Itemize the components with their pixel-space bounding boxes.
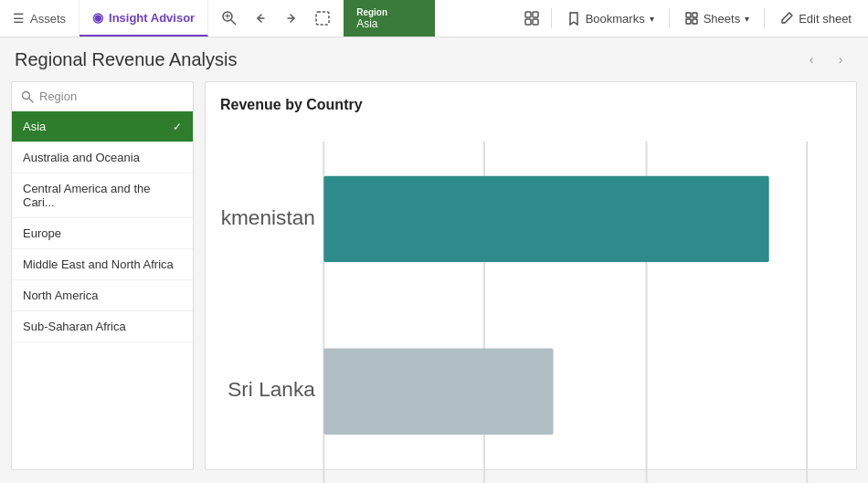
svg-rect-7	[525, 19, 531, 25]
svg-rect-3	[228, 14, 228, 19]
page-navigation-arrows: ‹ ›	[799, 47, 853, 72]
svg-rect-10	[693, 13, 697, 17]
search-icon	[21, 90, 34, 103]
region-sidebar: Region Asia Australia and Oceania Centra…	[11, 81, 194, 470]
grid-view-icon[interactable]	[518, 5, 545, 32]
nav-divider-2	[669, 8, 670, 28]
edit-sheet-label: Edit sheet	[799, 12, 852, 26]
svg-rect-8	[533, 19, 538, 25]
sheets-chevron: ▾	[745, 14, 749, 24]
chart-title: Revenue by Country	[220, 97, 842, 113]
sidebar-item-asia[interactable]: Asia	[12, 111, 193, 142]
edit-sheet-button[interactable]: Edit sheet	[770, 7, 861, 29]
forward-icon[interactable]	[278, 5, 305, 32]
insight-icon: ◉	[92, 10, 103, 25]
sidebar-search[interactable]: Region	[12, 82, 193, 111]
sidebar-item-central-america[interactable]: Central America and the Cari...	[12, 173, 193, 218]
page-title: Regional Revenue Analysis	[15, 49, 799, 70]
svg-rect-12	[693, 19, 697, 24]
svg-rect-5	[525, 12, 531, 17]
sheets-label: Sheets	[704, 12, 740, 26]
region-filter-badge[interactable]: Region Asia	[344, 0, 435, 37]
svg-rect-4	[316, 12, 329, 25]
nav-divider-3	[764, 8, 765, 28]
svg-line-14	[29, 98, 34, 102]
nav-right-actions: Bookmarks ▾ Sheets ▾ Edit sheet	[511, 0, 868, 37]
bar-turkmenistan[interactable]	[323, 176, 768, 262]
sidebar-item-australia[interactable]: Australia and Oceania	[12, 142, 193, 173]
bookmarks-label: Bookmarks	[586, 12, 645, 26]
top-navigation: ☰ Assets ◉ Insight Advisor Region Asia	[0, 0, 868, 37]
search-region-label: Region	[39, 89, 77, 103]
bookmarks-chevron: ▾	[650, 14, 654, 24]
zoom-select-icon[interactable]	[216, 5, 243, 32]
label-sri-lanka: Sri Lanka	[228, 377, 315, 401]
assets-tab[interactable]: ☰ Assets	[0, 0, 79, 37]
lasso-icon[interactable]	[309, 5, 336, 32]
region-filter-label: Region	[356, 7, 422, 17]
svg-rect-9	[686, 13, 691, 17]
chart-panel: Revenue by Country Turkmenistan	[205, 81, 857, 470]
revenue-bar-chart: Turkmenistan Sri Lanka Mongolia 0 2M 4M …	[220, 124, 842, 483]
insight-advisor-label: Insight Advisor	[109, 11, 195, 25]
sidebar-item-sub-saharan[interactable]: Sub-Saharan Africa	[12, 311, 193, 342]
next-page-button[interactable]: ›	[828, 47, 853, 72]
assets-label: Assets	[30, 12, 66, 26]
back-icon[interactable]	[247, 5, 274, 32]
sidebar-item-north-america[interactable]: North America	[12, 280, 193, 311]
bookmarks-button[interactable]: Bookmarks ▾	[557, 7, 663, 29]
svg-line-1	[231, 20, 236, 25]
svg-rect-6	[533, 12, 538, 17]
insight-advisor-tab[interactable]: ◉ Insight Advisor	[79, 0, 208, 37]
sidebar-item-europe[interactable]: Europe	[12, 218, 193, 249]
page-header: Regional Revenue Analysis ‹ ›	[0, 37, 868, 81]
nav-divider-1	[551, 8, 552, 28]
prev-page-button[interactable]: ‹	[799, 47, 824, 72]
toolbar-icons	[208, 0, 344, 37]
label-turkmenistan: Turkmenistan	[220, 205, 315, 229]
sheets-button[interactable]: Sheets ▾	[675, 7, 758, 29]
sidebar-item-middle-east[interactable]: Middle East and North Africa	[12, 249, 193, 280]
region-filter-value: Asia	[356, 17, 422, 30]
assets-icon: ☰	[13, 11, 25, 26]
svg-rect-11	[686, 19, 691, 24]
chart-svg-container: Turkmenistan Sri Lanka Mongolia 0 2M 4M …	[220, 124, 842, 483]
bar-sri-lanka[interactable]	[323, 349, 553, 435]
main-content: Region Asia Australia and Oceania Centra…	[0, 81, 868, 481]
